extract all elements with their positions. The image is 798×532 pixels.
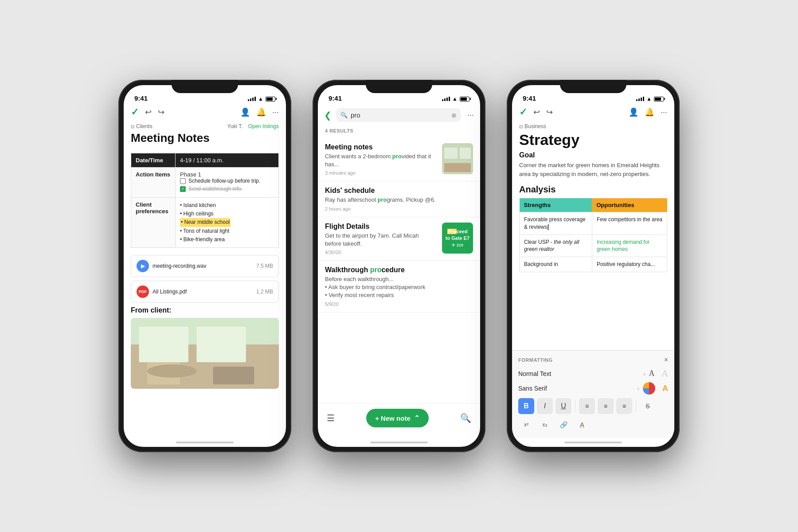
swot-o1: Few competitors in the area: [592, 212, 667, 235]
check-icon-3[interactable]: ✓: [519, 106, 527, 118]
formatting-header: FORMATTING ×: [518, 356, 668, 364]
pdf-icon: PDF: [137, 286, 149, 298]
meeting-table: Date/Time 4-19 / 11:00 a.m. Action Items…: [131, 153, 279, 248]
underline-button[interactable]: U: [555, 398, 571, 414]
text-style-large-icon[interactable]: A: [662, 368, 668, 379]
link-button[interactable]: 🔗: [555, 417, 571, 433]
datetime-value: 4-19 / 11:00 a.m.: [176, 153, 279, 168]
align-center-button[interactable]: ≡: [598, 398, 614, 414]
result-time-4: 5/9/20: [325, 301, 473, 307]
redo-icon-1[interactable]: ↪: [158, 107, 164, 117]
result-time-2: 2 hours ago: [325, 206, 473, 211]
notebook-icon-3: ⊡: [519, 124, 523, 129]
swot-table: Strengths Opportunities Favorable press …: [519, 198, 667, 272]
swot-s1: Favorable press coverage & reviews|: [520, 212, 592, 235]
pref-3: • Near middle school: [180, 218, 274, 227]
undo-icon-3[interactable]: ↩: [533, 107, 540, 117]
search-icon-bottom[interactable]: 🔍: [460, 413, 471, 423]
note-content-1: Meeting Notes Date/Time 4-19 / 11:00 a.m…: [124, 131, 286, 438]
battery-icon-2: [460, 97, 469, 102]
result-title-3: Flight Details: [325, 223, 437, 231]
pref-5: • Bike-friendly area: [180, 235, 274, 244]
redo-icon-3[interactable]: ↪: [546, 107, 553, 117]
strategy-title: Strategy: [519, 131, 667, 149]
new-note-button[interactable]: + New note ⌃: [366, 409, 429, 427]
swot-o2: Increasing demand for green homes: [592, 235, 667, 257]
checkbox-1[interactable]: [180, 178, 186, 184]
attachment-pdf: PDF All Listings.pdf 1.2 MB: [131, 281, 279, 303]
align-right-button[interactable]: ≡: [616, 398, 632, 414]
result-title-2: Kids' schedule: [325, 187, 473, 195]
separator-1: [575, 400, 575, 412]
phone-1-screen: 9:41 ▲ ✓ ↩ ↪ 👤 🔔: [124, 85, 286, 447]
add-person-icon-3[interactable]: 👤: [629, 107, 638, 117]
more-icon-1[interactable]: ···: [272, 108, 279, 117]
add-person-icon-1[interactable]: 👤: [240, 107, 250, 117]
normal-text-label[interactable]: Normal Text: [518, 370, 640, 377]
back-button[interactable]: ❮: [324, 110, 332, 121]
status-icons-3: ▲: [636, 96, 664, 102]
search-icon-2: 🔍: [340, 112, 348, 118]
bullet-list: • Island kitchen • High ceilings • Near …: [180, 201, 274, 244]
check-icon-1[interactable]: ✓: [131, 106, 139, 118]
undo-icon-1[interactable]: ↩: [145, 107, 152, 117]
play-icon: ▶: [137, 260, 149, 272]
add-bell-icon-3[interactable]: 🔔: [645, 107, 654, 117]
status-time-1: 9:41: [134, 94, 148, 102]
bottom-bar-2: ☰ + New note ⌃ 🔍: [318, 403, 480, 438]
clear-icon[interactable]: ⊗: [451, 112, 457, 119]
add-bell-icon-1[interactable]: 🔔: [256, 107, 266, 117]
goal-title: Goal: [519, 151, 667, 159]
more-icon-3[interactable]: ···: [661, 108, 667, 117]
formatting-title: FORMATTING: [518, 357, 553, 363]
hamburger-icon[interactable]: ☰: [327, 413, 335, 423]
goal-body: Corner the market for green homes in Eme…: [519, 161, 667, 178]
wav-name[interactable]: meeting-recording.wav: [153, 263, 206, 269]
result-text-2: Kids' schedule Ray has afterschool progr…: [325, 187, 473, 211]
checkbox-2[interactable]: ✓: [180, 186, 186, 192]
search-query[interactable]: pro: [351, 111, 448, 119]
search-more-icon[interactable]: ···: [466, 110, 474, 120]
superscript-button[interactable]: x²: [518, 417, 534, 433]
svg-rect-5: [213, 367, 254, 384]
breadcrumb-label-1[interactable]: Clients: [136, 123, 153, 129]
format-row-2: Sans Serif › A: [518, 382, 668, 395]
text-style-serif-icon[interactable]: A: [649, 369, 655, 378]
color-picker-icon[interactable]: [643, 382, 655, 395]
result-snippet-4: Before each walkthrough... • Ask buyer t…: [325, 275, 473, 300]
highlight-button[interactable]: A: [574, 417, 590, 433]
formatting-panel: FORMATTING × Normal Text › A A Sans Seri…: [512, 350, 674, 438]
datetime-label: Date/Time: [131, 153, 176, 168]
pref-1: • Island kitchen: [180, 201, 274, 210]
breadcrumb-user[interactable]: Yuki T.: [227, 123, 243, 129]
sans-serif-label[interactable]: Sans Serif: [518, 385, 634, 392]
search-input-wrap[interactable]: 🔍 pro ⊗: [336, 108, 461, 122]
action-items-label: Action Items: [131, 168, 176, 198]
status-time-2: 9:41: [329, 94, 342, 102]
align-left-button[interactable]: ≡: [579, 398, 595, 414]
swot-o3: Positive regulatory cha...: [592, 257, 667, 272]
result-item-3[interactable]: Flight Details Get to the airport by 7am…: [318, 217, 480, 261]
result-time-1: 3 minutes ago: [325, 170, 437, 176]
phone-1: 9:41 ▲ ✓ ↩ ↪ 👤 🔔: [118, 80, 291, 452]
format-toolbar: B I U ≡ ≡ ≡ S x² x₂ 🔗 A: [518, 398, 668, 433]
breadcrumb-label-3[interactable]: Business: [524, 123, 546, 129]
svg-rect-2: [139, 327, 188, 362]
signal-icon-1: [248, 97, 256, 101]
analysis-title: Analysis: [519, 184, 667, 195]
italic-button[interactable]: I: [537, 398, 553, 414]
breadcrumb-listings[interactable]: Open listings: [248, 123, 279, 129]
result-title-1: Meeting notes: [325, 143, 437, 151]
result-item-2[interactable]: Kids' schedule Ray has afterschool progr…: [318, 181, 480, 217]
close-formatting-button[interactable]: ×: [664, 356, 668, 364]
font-highlight-icon[interactable]: A: [662, 384, 668, 393]
result-item-1[interactable]: Meeting notes Client wants a 2-bedroom p…: [318, 138, 480, 181]
arrow-2: ›: [637, 385, 639, 392]
strikethrough-button[interactable]: S: [640, 398, 656, 414]
result-item-4[interactable]: Walkthrough procedure Before each walkth…: [318, 261, 480, 313]
svg-rect-8: [444, 148, 458, 159]
pdf-name[interactable]: All Listings.pdf: [153, 289, 187, 295]
phase-text: Phase 1: [180, 171, 274, 178]
subscript-button[interactable]: x₂: [537, 417, 553, 433]
bold-button[interactable]: B: [518, 398, 534, 414]
